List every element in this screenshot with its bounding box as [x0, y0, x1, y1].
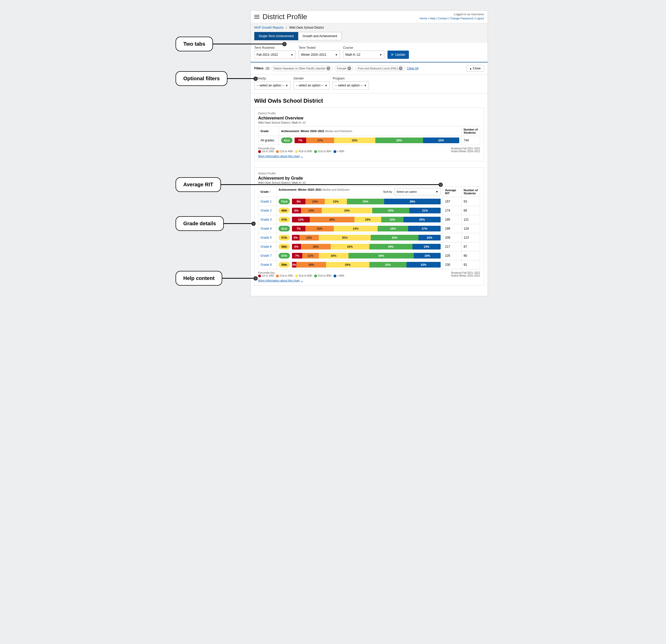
- table-row: Grade 347th12%30%18%15%25%185121: [258, 215, 480, 224]
- rit-cell: 199: [443, 224, 461, 233]
- distribution-bar: 12%30%18%15%25%: [292, 217, 441, 222]
- students-cell: 121: [461, 215, 480, 224]
- select-ethnicity[interactable]: -- select an option --▼: [254, 81, 291, 90]
- callout-label: Help content: [176, 271, 222, 286]
- menu-icon[interactable]: [254, 15, 259, 19]
- login-status: Logged in as Username: [420, 13, 484, 16]
- table-row: Grade 859th3%20%29%25%23%23091: [258, 260, 480, 269]
- page-title: District Profile: [263, 13, 307, 21]
- chevron-down-icon: ⌄: [301, 279, 303, 282]
- achievement-overview-card: District Profile Achievement Overview Wi…: [254, 107, 484, 161]
- grade-link[interactable]: Grade 7: [261, 254, 271, 257]
- callout-label: Optional filters: [176, 71, 227, 86]
- clear-all-link[interactable]: Clear All: [407, 67, 418, 70]
- students-cell: 53: [461, 197, 480, 206]
- median-pill: 47th: [279, 217, 290, 222]
- median-pill: 57th: [279, 235, 290, 240]
- col-rit: Average RIT: [443, 186, 461, 197]
- filter-chip: Female✕: [335, 66, 353, 71]
- tested-meta: Tested Winter 2020–2021: [451, 150, 480, 153]
- link-logout[interactable]: Logout: [475, 17, 484, 20]
- label-term-tested: Term Tested: [299, 46, 340, 50]
- students-cell: 744: [461, 136, 480, 145]
- grade-link[interactable]: Grade 4: [261, 227, 271, 230]
- distribution-bar: 7%15%23%16%17%: [292, 226, 441, 231]
- students-cell: 80: [461, 251, 480, 260]
- students-cell: 87: [461, 242, 480, 251]
- chevron-down-icon: ▼: [325, 84, 327, 87]
- median-pill: 61st: [279, 226, 290, 231]
- label-course: Course: [343, 46, 384, 50]
- col-grade: Grade: [258, 126, 279, 136]
- grade-link[interactable]: Grade 2: [261, 209, 271, 212]
- select-course[interactable]: Math K–12▼: [343, 51, 384, 59]
- students-cell: 123: [461, 233, 480, 242]
- close-filters-button[interactable]: ▴Close: [467, 65, 484, 72]
- chevron-down-icon: ▼: [285, 84, 288, 87]
- remove-chip-icon[interactable]: ✕: [348, 67, 351, 70]
- chevron-down-icon: ⌄: [301, 155, 303, 158]
- callout-label: Two tabs: [176, 37, 213, 51]
- select-term-rostered[interactable]: Fall 2021–2022▼: [254, 51, 296, 59]
- chevron-down-icon: ▼: [364, 84, 367, 87]
- filter-chip: Free and Reduced Lunch (FRL)✕: [355, 66, 405, 71]
- app-frame: District Profile Logged in as Username H…: [250, 10, 488, 296]
- rit-cell: 174: [443, 206, 461, 215]
- col-achv: Achievement: Winter 2020–2021 Median and…: [279, 126, 461, 136]
- distribution-bar: 3%20%29%25%23%: [292, 262, 441, 268]
- rostered-meta: Rostered Fall 2021–2022: [451, 147, 480, 150]
- median-pill: 58th: [279, 244, 290, 250]
- label-ethnicity: Ethnicity: [254, 77, 291, 80]
- grade-link[interactable]: Grade 1: [261, 200, 271, 203]
- callout-help: Help content: [176, 271, 258, 286]
- key-title: Percentile Key: [258, 147, 344, 150]
- table-row: Grade 557th5%13%35%32%15%209123: [258, 233, 480, 242]
- median-pill: 72nd: [279, 199, 290, 204]
- link-change-password[interactable]: Change Password: [450, 17, 473, 20]
- remove-chip-icon[interactable]: ✕: [327, 67, 330, 70]
- students-cell: 65: [461, 206, 480, 215]
- rit-cell: 185: [443, 215, 461, 224]
- grade-link[interactable]: Grade 6: [261, 245, 271, 249]
- distribution-bar: 9%13%15%25%38%: [292, 199, 441, 204]
- more-info-link[interactable]: More information about this chart⌄: [258, 279, 344, 282]
- tab-growth[interactable]: Growth and Achievement: [298, 32, 341, 40]
- callout-avg-rit: Average RIT: [176, 177, 443, 192]
- select-gender[interactable]: -- select an option --▼: [294, 81, 330, 90]
- grade-link[interactable]: Grade 3: [261, 218, 271, 221]
- update-button[interactable]: ⟳Update: [387, 51, 409, 59]
- median-pill: 49th: [279, 208, 290, 213]
- distribution-bar: 7% 17% 25% 29% 22%: [295, 138, 459, 143]
- filters-count: (3): [266, 67, 269, 70]
- median-pill: 59th: [279, 262, 290, 268]
- more-info-link[interactable]: More information about this chart⌄: [258, 155, 344, 158]
- label-gender: Gender: [294, 77, 330, 80]
- link-contact[interactable]: Contact: [438, 17, 448, 20]
- callout-two-tabs: Two tabs: [176, 37, 286, 51]
- grade-link[interactable]: Grade 5: [261, 236, 271, 239]
- filters-label: Filters: [254, 67, 264, 70]
- grade-link[interactable]: Grade 8: [261, 263, 271, 267]
- select-program[interactable]: -- select an option --▼: [333, 81, 369, 90]
- tested-meta: Tested Winter 2020–2021: [451, 274, 480, 277]
- table-row: Grade 767th7%11%20%44%18%22580: [258, 251, 480, 260]
- table-row: Grade 461st7%15%23%16%17%199124: [258, 224, 480, 233]
- card-title: Achievement Overview: [258, 116, 480, 121]
- callout-label: Grade details: [176, 216, 224, 231]
- select-term-tested[interactable]: Winter 2020–2021▼: [299, 51, 340, 59]
- card-sub: Wild Owls School District | Math K–12: [258, 121, 480, 124]
- breadcrumb: MAP Growth Reports › Wild Owls School Di…: [254, 26, 484, 30]
- link-home[interactable]: Home: [420, 17, 427, 20]
- breadcrumb-root[interactable]: MAP Growth Reports: [254, 26, 283, 30]
- rit-cell: 230: [443, 260, 461, 269]
- section-title: Wild Owls School District: [254, 97, 484, 104]
- callout-label: Average RIT: [176, 177, 221, 192]
- remove-chip-icon[interactable]: ✕: [399, 67, 402, 70]
- topbar: District Profile Logged in as Username H…: [251, 11, 488, 23]
- chevron-down-icon: ▼: [291, 53, 293, 56]
- link-help[interactable]: Help: [430, 17, 436, 20]
- rit-cell: 217: [443, 242, 461, 251]
- rostered-meta: Rostered Fall 2021–2022: [451, 271, 480, 274]
- median-pill: 61st: [281, 138, 293, 143]
- table-row: Grade 172nd9%13%15%25%38%15753: [258, 197, 480, 206]
